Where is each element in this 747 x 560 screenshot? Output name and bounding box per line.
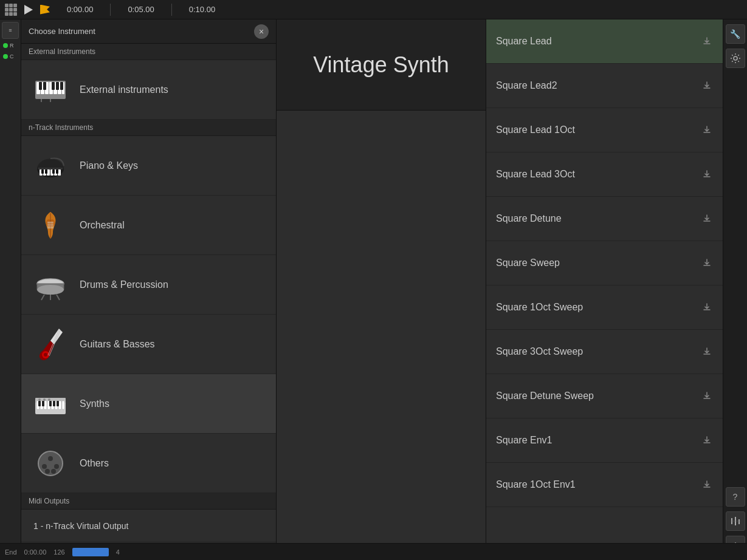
tool-settings-2[interactable]	[726, 49, 745, 68]
download-icon-square-lead2[interactable]	[701, 80, 713, 92]
others-icon	[29, 442, 72, 485]
svg-point-62	[43, 398, 46, 401]
svg-point-68	[45, 469, 50, 474]
center-panel: Vintage Synth	[277, 19, 486, 560]
download-icon-square-lead-3oct[interactable]	[701, 168, 713, 180]
piano-icon	[29, 144, 72, 188]
piano-label: Piano & Keys	[80, 160, 138, 171]
clip-indicator: C	[2, 52, 19, 61]
download-icon-square-lead[interactable]	[701, 35, 713, 47]
end-label: End	[5, 548, 17, 556]
svg-line-40	[57, 295, 60, 300]
svg-rect-8	[39, 82, 42, 90]
svg-point-61	[38, 398, 41, 401]
preset-item-square-1oct-env1[interactable]: Square 1Oct Env1	[486, 463, 723, 507]
download-icon-square-sweep[interactable]	[701, 257, 713, 269]
preset-item-square-detune[interactable]: Square Detune	[486, 197, 723, 241]
svg-rect-59	[53, 401, 55, 406]
instrument-item-drums[interactable]: Drums & Percussion	[21, 255, 276, 315]
bottom-number: 126	[53, 548, 64, 556]
download-icon-square-detune-sweep[interactable]	[701, 390, 713, 402]
presets-scroll[interactable]: Square Lead Square Lead2 Square Lead 1Oc…	[486, 19, 723, 560]
svg-rect-26	[56, 169, 58, 174]
preset-name-square-lead-1oct: Square Lead 1Oct	[496, 125, 575, 135]
svg-point-63	[48, 398, 50, 401]
preset-name-square-detune: Square Detune	[496, 213, 562, 224]
preset-name-square-1oct-env1: Square 1Oct Env1	[496, 479, 576, 490]
right-panel: Square Lead Square Lead2 Square Lead 1Oc…	[486, 19, 723, 560]
download-icon-square-detune[interactable]	[701, 213, 713, 225]
download-icon-square-3oct-sweep[interactable]	[701, 346, 713, 358]
preset-name-square-sweep: Square Sweep	[496, 258, 560, 268]
svg-rect-12	[60, 82, 63, 90]
preset-item-square-lead[interactable]: Square Lead	[486, 19, 723, 64]
guitars-icon	[29, 323, 72, 366]
preset-item-square-lead-3oct[interactable]: Square Lead 3Oct	[486, 152, 723, 197]
svg-point-64	[38, 451, 63, 476]
external-icon	[29, 68, 72, 112]
tool-wrench[interactable]: 🔧	[726, 24, 745, 44]
separator	[110, 4, 111, 16]
guitars-label: Guitars & Basses	[80, 339, 155, 350]
orchestral-label: Orchestral	[80, 220, 125, 231]
instrument-item-others[interactable]: Others	[21, 434, 276, 493]
preset-name-square-lead2: Square Lead2	[496, 80, 557, 91]
section-ntrack: n-Track Instruments	[21, 120, 276, 136]
preset-name-square-lead-3oct: Square Lead 3Oct	[496, 169, 575, 180]
instrument-panel: Choose Instrument × External Instruments	[21, 19, 277, 560]
svg-rect-58	[49, 401, 52, 406]
panel-scroll[interactable]: External Instruments	[21, 44, 276, 560]
preset-item-square-lead-1oct[interactable]: Square Lead 1Oct	[486, 108, 723, 152]
instrument-item-guitars[interactable]: Guitars & Basses	[21, 315, 276, 374]
svg-rect-9	[43, 82, 46, 90]
time-display-2: 0:05.00	[118, 5, 164, 14]
svg-rect-16	[38, 168, 63, 169]
preset-item-square-3oct-sweep[interactable]: Square 3Oct Sweep	[486, 330, 723, 374]
svg-point-69	[51, 469, 56, 474]
download-icon-square-env1[interactable]	[701, 434, 713, 446]
bottom-time: 0:00.00	[24, 548, 47, 556]
preset-item-square-detune-sweep[interactable]: Square Detune Sweep	[486, 374, 723, 418]
others-label: Others	[80, 458, 109, 469]
svg-point-70	[734, 56, 737, 60]
rec-label: R	[10, 43, 14, 49]
panel-title: Choose Instrument	[29, 27, 95, 36]
external-label: External instruments	[80, 84, 168, 95]
instrument-item-orchestral[interactable]: Orchestral	[21, 196, 276, 255]
green-dot	[3, 43, 8, 48]
instrument-item-external[interactable]: External instruments	[21, 60, 276, 120]
grid-icon[interactable]	[5, 4, 17, 16]
instrument-item-synths[interactable]: Synths	[21, 374, 276, 434]
tool-equalizer[interactable]	[726, 511, 745, 531]
svg-point-67	[54, 464, 59, 469]
close-button[interactable]: ×	[254, 24, 269, 39]
download-icon-square-lead-1oct[interactable]	[701, 124, 713, 136]
svg-rect-57	[42, 401, 44, 406]
play-button[interactable]	[24, 5, 33, 15]
svg-rect-55	[62, 401, 64, 409]
preset-item-square-1oct-sweep[interactable]: Square 1Oct Sweep	[486, 285, 723, 330]
instrument-item-piano[interactable]: Piano & Keys	[21, 136, 276, 196]
bottom-beats: 4	[116, 548, 120, 556]
synths-icon	[29, 382, 72, 426]
strip-btn-1[interactable]: ≡	[2, 22, 19, 39]
download-icon-square-1oct-sweep[interactable]	[701, 301, 713, 313]
preset-item-square-env1[interactable]: Square Env1	[486, 418, 723, 463]
tool-question[interactable]: ?	[726, 487, 745, 507]
preset-item-square-sweep[interactable]: Square Sweep	[486, 241, 723, 285]
time-display-1: 0:00.00	[57, 5, 103, 14]
top-bar: 0:00.00 0:05.00 0:10.00	[0, 0, 747, 19]
position-bar[interactable]	[72, 548, 109, 556]
download-icon-square-1oct-env1[interactable]	[701, 479, 713, 491]
flag-marker	[40, 5, 50, 15]
svg-rect-11	[56, 82, 59, 90]
drums-icon	[29, 263, 72, 307]
panel-header: Choose Instrument ×	[21, 19, 276, 44]
midi-item-virtual[interactable]: 1 - n-Track Virtual Output	[21, 510, 276, 542]
section-external: External Instruments	[21, 44, 276, 60]
preset-item-square-lead2[interactable]: Square Lead2	[486, 64, 723, 108]
rec-indicator: R	[2, 41, 19, 50]
svg-point-43	[44, 353, 47, 357]
left-strip: ≡ R C	[0, 19, 21, 560]
svg-rect-10	[52, 82, 55, 90]
